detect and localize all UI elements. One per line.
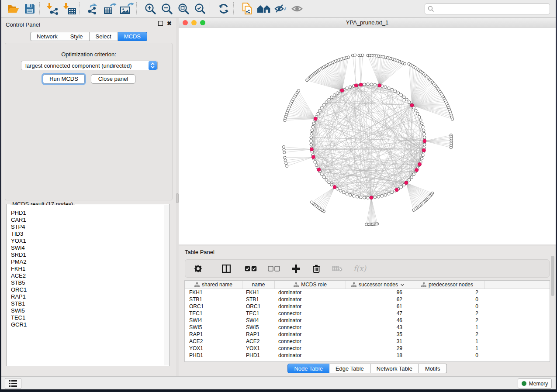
export-table-button[interactable] [102, 1, 118, 16]
criterion-select[interactable]: largest connected component (undirected) [21, 61, 158, 70]
table-row[interactable]: ORC1ORC1dominator610 [185, 303, 550, 310]
network-view[interactable] [179, 28, 556, 244]
table-row[interactable]: ACE2ACE2connector311 [185, 338, 550, 345]
export-table-icon [103, 3, 117, 15]
task-history-button[interactable] [5, 378, 21, 389]
mcds-result-item[interactable]: SWI5 [7, 307, 169, 314]
search-input[interactable] [434, 6, 547, 12]
mcds-result-item[interactable]: CAR1 [7, 217, 169, 224]
network-graph[interactable] [179, 28, 556, 244]
table-row[interactable]: SWI4SWI4dominator462 [185, 317, 550, 324]
column-header-shared-name[interactable]: shared name [185, 281, 242, 289]
zoom-out-button[interactable] [159, 1, 175, 16]
cell-name: ACE2 [242, 338, 275, 344]
mcds-result-item[interactable]: GCR1 [7, 321, 169, 328]
memory-button[interactable]: Memory [518, 378, 552, 389]
tab-select[interactable]: Select [90, 32, 118, 41]
mcds-result-item[interactable]: STP4 [7, 224, 169, 230]
gear-icon [194, 265, 202, 273]
create-column-button[interactable] [291, 265, 301, 273]
cell-mcds_role: connector [275, 310, 346, 316]
table-row[interactable]: RAP1RAP1dominator352 [185, 331, 550, 338]
run-mcds-button[interactable]: Run MCDS [43, 74, 85, 84]
zoom-fit-button[interactable] [175, 1, 192, 16]
table-row[interactable]: STB1STB1dominator620 [185, 296, 550, 303]
table-row[interactable]: PHD1PHD1dominator180 [185, 352, 550, 359]
tab-motifs[interactable]: Motifs [419, 364, 447, 373]
mcds-result-item[interactable]: SWI4 [7, 244, 169, 251]
delete-column-button[interactable] [311, 265, 321, 273]
column-layout-button[interactable] [221, 265, 231, 273]
cell-name: TEC1 [242, 310, 275, 316]
import-table-button[interactable] [62, 1, 78, 16]
export-network-button[interactable] [85, 1, 102, 16]
deselect-all-button[interactable] [268, 266, 280, 272]
mcds-result-item[interactable]: SRD1 [7, 251, 169, 258]
save-session-button[interactable] [21, 1, 38, 16]
cell-predecessor_nodes: 1 [410, 324, 484, 330]
apply-layout-button[interactable] [215, 1, 232, 16]
table-panel: Table Panel ✖ [179, 246, 556, 376]
mcds-result-item[interactable]: YOX1 [7, 237, 169, 244]
eye-slash-icon [273, 3, 287, 14]
cell-shared_name: SWI5 [185, 324, 242, 330]
cell-shared_name: PHD1 [185, 352, 242, 358]
mcds-result-item[interactable]: TID3 [7, 230, 169, 237]
import-network-icon [47, 3, 60, 15]
table-row[interactable]: SWI5SWI5connector431 [185, 324, 550, 331]
search-icon [428, 6, 434, 12]
mcds-result-item[interactable]: PMA2 [7, 258, 169, 265]
mcds-result-item[interactable]: PHD1 [7, 210, 169, 217]
tab-network-table[interactable]: Network Table [370, 364, 419, 373]
table-scrollbar[interactable] [551, 256, 554, 296]
mcds-result-item[interactable]: ACE2 [7, 272, 169, 279]
cell-successor_nodes: 43 [346, 324, 410, 330]
control-panel-title: Control Panel [6, 21, 40, 28]
cell-name: ORC1 [242, 303, 275, 309]
cell-predecessor_nodes: 2 [410, 310, 484, 316]
function-builder-button[interactable]: f(x) [353, 264, 366, 273]
export-image-button[interactable] [118, 1, 135, 16]
tab-edge-table[interactable]: Edge Table [329, 364, 370, 373]
select-all-button[interactable] [245, 266, 257, 272]
float-panel-icon[interactable] [158, 21, 163, 26]
clone-network-icon [241, 2, 253, 15]
status-bar: Memory [1, 376, 556, 389]
mcds-list-scrollbar[interactable] [164, 205, 169, 365]
zoom-in-button[interactable] [142, 1, 159, 16]
first-neighbors-button[interactable] [256, 1, 272, 16]
table-row[interactable]: TEC1TEC1connector472 [185, 310, 550, 317]
mcds-result-item[interactable]: ORC1 [7, 286, 169, 293]
table-row[interactable]: YOX1YOX1connector291 [185, 345, 550, 352]
tab-node-table[interactable]: Node Table [287, 364, 329, 373]
mcds-result-item[interactable]: STB1 [7, 300, 169, 307]
cell-successor_nodes: 47 [346, 310, 410, 316]
delete-table-button[interactable] [332, 265, 343, 272]
close-panel-button[interactable]: Close panel [91, 74, 135, 84]
tab-mcds[interactable]: MCDS [118, 32, 147, 41]
import-network-button[interactable] [45, 1, 62, 16]
column-header-predecessor-nodes[interactable]: predecessor nodes [410, 281, 484, 289]
mcds-result-list[interactable]: PHD1CAR1STP4TID3YOX1SWI4SRD1PMA2FKH1ACE2… [7, 205, 169, 365]
close-panel-icon[interactable]: ✖ [167, 21, 172, 26]
mcds-result-item[interactable]: STB5 [7, 279, 169, 286]
table-panel-title: Table Panel [185, 249, 214, 255]
table-row[interactable]: FKH1FKH1dominator962 [185, 289, 550, 296]
column-header-MCDS-role[interactable]: MCDS role [275, 281, 346, 289]
tab-style[interactable]: Style [64, 32, 90, 41]
mcds-result-item[interactable]: TEC1 [7, 314, 169, 321]
column-header-name[interactable]: name [242, 281, 275, 289]
toolbar-separator [233, 2, 238, 15]
open-session-button[interactable] [5, 1, 21, 16]
cell-name: RAP1 [242, 331, 275, 337]
mcds-result-item[interactable]: RAP1 [7, 293, 169, 300]
hide-selected-button[interactable] [272, 1, 289, 16]
clone-network-button[interactable] [239, 1, 256, 16]
zoom-selected-button[interactable] [192, 1, 208, 16]
mcds-result-item[interactable]: FKH1 [7, 265, 169, 272]
column-header-successor-nodes[interactable]: successor nodes [346, 281, 410, 289]
column-label: successor nodes [359, 282, 398, 288]
show-all-button[interactable] [289, 1, 305, 16]
table-settings-button[interactable] [193, 265, 203, 273]
tab-network[interactable]: Network [30, 32, 64, 41]
